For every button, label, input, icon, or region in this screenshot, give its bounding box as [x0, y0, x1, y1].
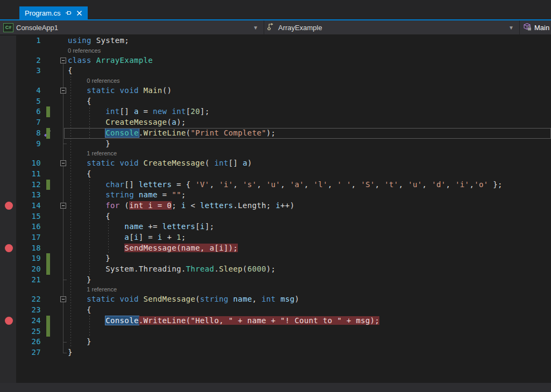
code-text[interactable]: {: [68, 66, 73, 76]
code-text[interactable]: }: [68, 347, 73, 358]
fold-toggle-icon[interactable]: [60, 160, 66, 166]
line-number: 16: [0, 222, 41, 232]
project-dropdown-label: ConsoleApp1: [16, 24, 58, 32]
line-number: 17: [0, 232, 41, 243]
tab-program-cs[interactable]: Program.cs: [19, 6, 88, 19]
code-line[interactable]: 6 int[] a = new int[20];: [0, 106, 551, 117]
fold-toggle-icon[interactable]: [60, 296, 66, 302]
code-text[interactable]: using System;: [68, 35, 129, 46]
type-dropdown[interactable]: ArrayExample ▼: [264, 20, 519, 34]
codelens-references[interactable]: 0 references: [68, 47, 101, 54]
line-number: 7: [0, 117, 41, 128]
vs-editor-window: Program.cs C# ConsoleApp1 ▼: [0, 0, 551, 392]
code-line[interactable]: 18 SendMessage(name, a[i]);: [0, 243, 551, 254]
change-tracking-bar: [46, 264, 50, 275]
code-text[interactable]: Console.WriteLine("Hello, " + name + "! …: [68, 316, 379, 326]
code-text[interactable]: name += letters[i];: [68, 222, 214, 232]
code-text[interactable]: char[] letters = { 'V', 'i', 's', 'u', '…: [68, 180, 503, 190]
codelens-row: 0 references: [0, 46, 551, 55]
change-tracking-bar: [46, 326, 50, 337]
code-text[interactable]: }: [68, 253, 110, 264]
line-number: 2: [0, 55, 41, 66]
line-number: 5: [0, 96, 41, 107]
code-text[interactable]: Console.WriteLine("Print Complete");: [68, 128, 276, 139]
code-line[interactable]: 25: [0, 326, 551, 337]
change-tracking-bar: [46, 180, 50, 190]
code-editor[interactable]: 1using System;0 references2class ArrayEx…: [0, 35, 551, 392]
line-number: 19: [0, 253, 41, 264]
code-text[interactable]: }: [68, 139, 110, 149]
fold-toggle-icon[interactable]: [60, 88, 66, 94]
code-text[interactable]: {: [68, 211, 110, 222]
code-text[interactable]: {: [68, 96, 91, 107]
codelens-references[interactable]: 1 reference: [87, 286, 117, 293]
code-line[interactable]: 1using System;: [0, 35, 551, 46]
code-text[interactable]: }: [68, 275, 91, 286]
code-line[interactable]: 7 CreateMessage(a);: [0, 117, 551, 128]
fold-toggle-icon[interactable]: [60, 58, 66, 63]
code-line[interactable]: 27}: [0, 347, 551, 358]
line-number: 3: [0, 66, 41, 76]
horizontal-scrollbar[interactable]: [0, 383, 551, 392]
line-number: 13: [0, 190, 41, 201]
code-line[interactable]: 23 {: [0, 305, 551, 316]
code-line[interactable]: 17 a[i] = i + 1;: [0, 232, 551, 243]
change-tracking-bar: [46, 128, 50, 139]
code-text[interactable]: string name = "";: [68, 190, 186, 201]
code-line[interactable]: 12 char[] letters = { 'V', 'i', 's', 'u'…: [0, 180, 551, 190]
code-text[interactable]: int[] a = new int[20];: [68, 106, 209, 117]
code-text[interactable]: }: [68, 337, 91, 347]
line-number: 6: [0, 106, 41, 117]
code-text[interactable]: static void Main(): [68, 85, 172, 96]
codelens-row: 1 reference: [0, 285, 551, 294]
member-dropdown[interactable]: Main: [520, 20, 551, 34]
codelens-references[interactable]: 1 reference: [87, 150, 117, 156]
line-number: 10: [0, 158, 41, 169]
code-line[interactable]: 16 name += letters[i];: [0, 222, 551, 232]
code-line[interactable]: 24 Console.WriteLine("Hello, " + name + …: [0, 316, 551, 326]
codelens-references[interactable]: 0 references: [87, 77, 119, 84]
code-text[interactable]: SendMessage(name, a[i]);: [68, 243, 238, 254]
change-tracking-bar: [46, 316, 50, 326]
code-text[interactable]: static void SendMessage(string name, int…: [68, 294, 299, 305]
code-line[interactable]: 10 static void CreateMessage( int[] a): [0, 158, 551, 169]
code-line[interactable]: 9 }: [0, 139, 551, 149]
close-icon[interactable]: [76, 10, 82, 16]
project-dropdown[interactable]: C# ConsoleApp1 ▼: [0, 20, 264, 34]
pin-icon[interactable]: [65, 10, 72, 16]
line-number: 23: [0, 305, 41, 316]
code-line[interactable]: 11 {: [0, 169, 551, 180]
class-hierarchy-icon: [267, 23, 276, 32]
code-text[interactable]: for (int i = 0; i < letters.Length; i++): [68, 201, 294, 211]
code-line[interactable]: 4 static void Main(): [0, 85, 551, 96]
line-number: 1: [0, 35, 41, 46]
code-line[interactable]: 26 }: [0, 337, 551, 347]
fold-toggle-icon[interactable]: [60, 203, 66, 209]
code-line[interactable]: 19 }: [0, 253, 551, 264]
code-text[interactable]: {: [68, 169, 91, 180]
code-text[interactable]: class ArrayExample: [68, 55, 153, 66]
code-line[interactable]: 2class ArrayExample: [0, 55, 551, 66]
code-line[interactable]: 3{: [0, 66, 551, 76]
code-text[interactable]: {: [68, 305, 91, 316]
line-number: 21: [0, 275, 41, 286]
line-number: 22: [0, 294, 41, 305]
line-number: 9: [0, 139, 41, 149]
line-number: 8: [0, 128, 41, 139]
code-line[interactable]: 21 }: [0, 275, 551, 286]
code-line[interactable]: 15 {: [0, 211, 551, 222]
code-text[interactable]: System.Threading.Thread.Sleep(6000);: [68, 264, 276, 275]
code-line[interactable]: 22 static void SendMessage(string name, …: [0, 294, 551, 305]
code-line[interactable]: 5 {: [0, 96, 551, 107]
line-number: 26: [0, 337, 41, 347]
code-line[interactable]: 14 for (int i = 0; i < letters.Length; i…: [0, 201, 551, 211]
code-line[interactable]: 13 string name = "";: [0, 190, 551, 201]
line-number: 27: [0, 347, 41, 358]
code-text[interactable]: a[i] = i + 1;: [68, 232, 186, 243]
codelens-row: 1 reference: [0, 149, 551, 158]
code-text[interactable]: CreateMessage(a);: [68, 117, 186, 128]
code-line[interactable]: 8 Console.WriteLine("Print Complete");: [0, 128, 551, 139]
code-text[interactable]: static void CreateMessage( int[] a): [68, 158, 252, 169]
code-line[interactable]: 20 System.Threading.Thread.Sleep(6000);: [0, 264, 551, 275]
line-number: 20: [0, 264, 41, 275]
